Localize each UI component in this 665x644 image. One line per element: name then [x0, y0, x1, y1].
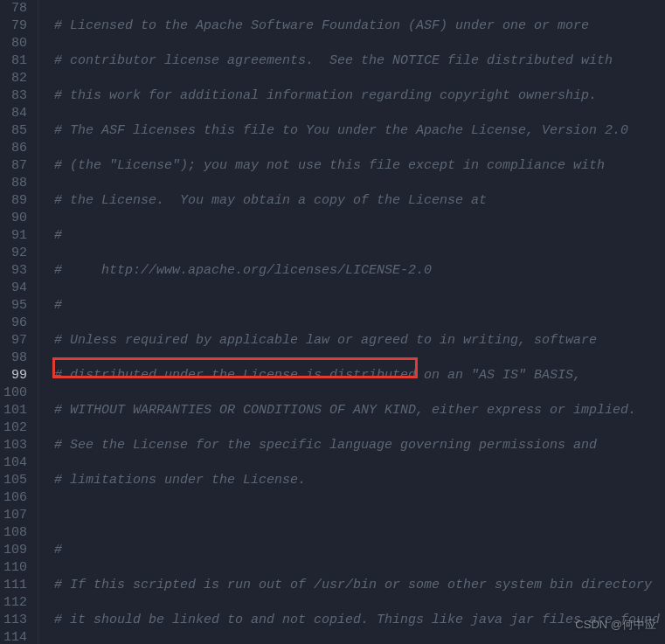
code-editor[interactable]: 7879808182838485868788899091929394959697… [0, 0, 665, 644]
line-number: 79 [3, 17, 27, 35]
line-number: 81 [3, 52, 27, 70]
code-line: # If this scripted is run out of /usr/bi… [54, 577, 665, 594]
line-number: 84 [3, 105, 27, 122]
code-line: # WITHOUT WARRANTIES OR CONDITIONS OF AN… [54, 402, 665, 419]
line-number-gutter: 7879808182838485868788899091929394959697… [0, 0, 38, 644]
code-line [54, 507, 665, 524]
line-number: 100 [3, 384, 27, 402]
line-number: 91 [3, 227, 27, 245]
line-number: 87 [3, 157, 27, 175]
line-number: 111 [3, 577, 27, 594]
line-number: 93 [3, 262, 27, 280]
line-number: 82 [3, 70, 27, 87]
line-number: 90 [3, 210, 27, 227]
code-line: # Unless required by applicable law or a… [54, 332, 665, 350]
code-line: # [54, 542, 665, 559]
line-number: 89 [3, 192, 27, 210]
code-line: # limitations under the License. [54, 472, 665, 489]
line-number: 105 [3, 472, 27, 489]
watermark-text: CSDN @何中应 [575, 616, 656, 634]
line-number: 109 [3, 542, 27, 559]
line-number: 108 [3, 524, 27, 542]
line-number: 97 [3, 332, 27, 350]
line-number: 92 [3, 245, 27, 262]
code-line: # contributor license agreements. See th… [54, 52, 665, 70]
line-number: 106 [3, 489, 27, 507]
code-area[interactable]: # Licensed to the Apache Software Founda… [38, 0, 665, 644]
line-number: 103 [3, 437, 27, 454]
code-line: # http://www.apache.org/licenses/LICENSE… [54, 262, 665, 280]
code-line: # it should be linked to and not copied.… [54, 612, 665, 629]
line-number: 110 [3, 559, 27, 577]
code-line: # distributed under the License is distr… [54, 367, 665, 384]
code-line: # See the License for the specific langu… [54, 437, 665, 454]
line-number: 112 [3, 594, 27, 612]
code-line: # the License. You may obtain a copy of … [54, 192, 665, 210]
line-number: 114 [3, 629, 27, 644]
code-line: # (the "License"); you may not use this … [54, 157, 665, 175]
code-line: # [54, 227, 665, 245]
line-number: 78 [3, 0, 27, 17]
code-line: # The ASF licenses this file to You unde… [54, 122, 665, 140]
line-number: 80 [3, 35, 27, 52]
code-line: # Licensed to the Apache Software Founda… [54, 17, 665, 35]
line-number: 95 [3, 297, 27, 315]
code-line: # [54, 297, 665, 315]
line-number: 104 [3, 454, 27, 472]
line-number: 85 [3, 122, 27, 140]
line-number: 113 [3, 612, 27, 629]
line-number: 99 [3, 367, 27, 384]
line-number: 102 [3, 419, 27, 437]
line-number: 86 [3, 140, 27, 157]
code-line: # this work for additional information r… [54, 87, 665, 105]
line-number: 98 [3, 350, 27, 367]
line-number: 83 [3, 87, 27, 105]
line-number: 94 [3, 280, 27, 297]
line-number: 88 [3, 175, 27, 192]
line-number: 107 [3, 507, 27, 524]
line-number: 101 [3, 402, 27, 419]
line-number: 96 [3, 315, 27, 332]
